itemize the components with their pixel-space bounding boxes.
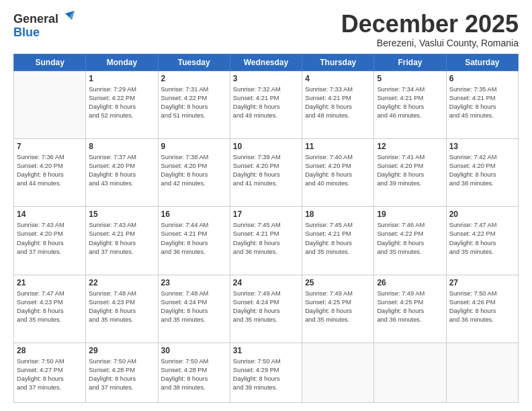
calendar-cell	[374, 342, 446, 402]
day-info: Sunrise: 7:35 AMSunset: 4:21 PMDaylight:…	[449, 85, 515, 120]
calendar-cell: 6Sunrise: 7:35 AMSunset: 4:21 PMDaylight…	[446, 71, 518, 138]
calendar-cell: 28Sunrise: 7:50 AMSunset: 4:27 PMDayligh…	[14, 342, 86, 402]
weekday-header: Monday	[86, 54, 158, 71]
day-info: Sunrise: 7:36 AMSunset: 4:20 PMDaylight:…	[17, 153, 83, 188]
calendar-cell: 24Sunrise: 7:49 AMSunset: 4:24 PMDayligh…	[230, 275, 302, 342]
calendar-cell: 16Sunrise: 7:44 AMSunset: 4:21 PMDayligh…	[158, 207, 230, 275]
calendar-cell: 8Sunrise: 7:37 AMSunset: 4:20 PMDaylight…	[86, 138, 158, 206]
calendar-cell: 22Sunrise: 7:48 AMSunset: 4:23 PMDayligh…	[86, 275, 158, 342]
calendar-cell: 26Sunrise: 7:49 AMSunset: 4:25 PMDayligh…	[374, 275, 446, 342]
calendar-row: 7Sunrise: 7:36 AMSunset: 4:20 PMDaylight…	[14, 138, 519, 206]
calendar-cell: 4Sunrise: 7:33 AMSunset: 4:21 PMDaylight…	[302, 71, 374, 138]
day-info: Sunrise: 7:32 AMSunset: 4:21 PMDaylight:…	[233, 85, 299, 120]
logo-general: General	[13, 12, 58, 26]
calendar-cell: 13Sunrise: 7:42 AMSunset: 4:20 PMDayligh…	[446, 138, 518, 206]
title-block: December 2025 Berezeni, Vaslui County, R…	[341, 11, 519, 48]
day-number: 25	[305, 277, 371, 288]
day-info: Sunrise: 7:44 AMSunset: 4:21 PMDaylight:…	[161, 221, 227, 256]
day-info: Sunrise: 7:31 AMSunset: 4:22 PMDaylight:…	[161, 85, 227, 120]
day-number: 19	[377, 209, 443, 220]
day-info: Sunrise: 7:48 AMSunset: 4:23 PMDaylight:…	[89, 289, 154, 324]
calendar-cell: 27Sunrise: 7:50 AMSunset: 4:26 PMDayligh…	[446, 275, 518, 342]
day-info: Sunrise: 7:29 AMSunset: 4:22 PMDaylight:…	[89, 85, 154, 120]
calendar-cell: 14Sunrise: 7:43 AMSunset: 4:20 PMDayligh…	[14, 207, 86, 275]
calendar-cell: 25Sunrise: 7:49 AMSunset: 4:25 PMDayligh…	[302, 275, 374, 342]
day-number: 31	[233, 345, 299, 356]
calendar-cell: 9Sunrise: 7:38 AMSunset: 4:20 PMDaylight…	[158, 138, 230, 206]
month-title: December 2025	[341, 11, 519, 38]
logo-bird-icon	[60, 11, 75, 23]
day-info: Sunrise: 7:43 AMSunset: 4:20 PMDaylight:…	[17, 221, 83, 256]
calendar-cell: 2Sunrise: 7:31 AMSunset: 4:22 PMDaylight…	[158, 71, 230, 138]
calendar-cell: 18Sunrise: 7:45 AMSunset: 4:21 PMDayligh…	[302, 207, 374, 275]
day-info: Sunrise: 7:38 AMSunset: 4:20 PMDaylight:…	[161, 153, 227, 188]
calendar-cell: 21Sunrise: 7:47 AMSunset: 4:23 PMDayligh…	[14, 275, 86, 342]
weekday-header: Friday	[374, 54, 446, 71]
day-number: 14	[17, 209, 83, 220]
day-info: Sunrise: 7:40 AMSunset: 4:20 PMDaylight:…	[305, 153, 371, 188]
calendar-cell: 31Sunrise: 7:50 AMSunset: 4:29 PMDayligh…	[230, 342, 302, 402]
day-info: Sunrise: 7:46 AMSunset: 4:22 PMDaylight:…	[377, 221, 443, 256]
subtitle: Berezeni, Vaslui County, Romania	[341, 38, 519, 48]
calendar-row: 1Sunrise: 7:29 AMSunset: 4:22 PMDaylight…	[14, 71, 519, 138]
day-info: Sunrise: 7:48 AMSunset: 4:24 PMDaylight:…	[161, 289, 227, 324]
day-number: 5	[377, 73, 443, 84]
calendar-cell: 5Sunrise: 7:34 AMSunset: 4:21 PMDaylight…	[374, 71, 446, 138]
day-number: 11	[305, 141, 371, 152]
day-number: 15	[89, 209, 154, 220]
calendar-cell: 7Sunrise: 7:36 AMSunset: 4:20 PMDaylight…	[14, 138, 86, 206]
calendar-table: SundayMondayTuesdayWednesdayThursdayFrid…	[13, 54, 519, 403]
day-info: Sunrise: 7:50 AMSunset: 4:29 PMDaylight:…	[233, 357, 299, 392]
day-number: 18	[305, 209, 371, 220]
day-info: Sunrise: 7:47 AMSunset: 4:22 PMDaylight:…	[449, 221, 515, 256]
calendar-cell: 30Sunrise: 7:50 AMSunset: 4:28 PMDayligh…	[158, 342, 230, 402]
calendar-cell: 15Sunrise: 7:43 AMSunset: 4:21 PMDayligh…	[86, 207, 158, 275]
weekday-header: Tuesday	[158, 54, 230, 71]
weekday-header-row: SundayMondayTuesdayWednesdayThursdayFrid…	[14, 54, 519, 71]
day-number: 21	[17, 277, 83, 288]
day-info: Sunrise: 7:43 AMSunset: 4:21 PMDaylight:…	[89, 221, 154, 256]
page: General Blue December 2025 Berezeni, Vas…	[0, 0, 532, 411]
day-number: 4	[305, 73, 371, 84]
header: General Blue December 2025 Berezeni, Vas…	[13, 11, 519, 48]
weekday-header: Sunday	[14, 54, 86, 71]
calendar-cell: 3Sunrise: 7:32 AMSunset: 4:21 PMDaylight…	[230, 71, 302, 138]
day-number: 9	[161, 141, 227, 152]
calendar-cell: 10Sunrise: 7:39 AMSunset: 4:20 PMDayligh…	[230, 138, 302, 206]
day-info: Sunrise: 7:50 AMSunset: 4:27 PMDaylight:…	[17, 357, 83, 392]
day-number: 23	[161, 277, 227, 288]
day-info: Sunrise: 7:45 AMSunset: 4:21 PMDaylight:…	[233, 221, 299, 256]
weekday-header: Saturday	[446, 54, 518, 71]
weekday-header: Thursday	[302, 54, 374, 71]
day-info: Sunrise: 7:39 AMSunset: 4:20 PMDaylight:…	[233, 153, 299, 188]
logo-text: General Blue	[13, 11, 75, 40]
day-number: 2	[161, 73, 227, 84]
day-info: Sunrise: 7:33 AMSunset: 4:21 PMDaylight:…	[305, 85, 371, 120]
day-info: Sunrise: 7:41 AMSunset: 4:20 PMDaylight:…	[377, 153, 443, 188]
day-number: 16	[161, 209, 227, 220]
day-number: 8	[89, 141, 154, 152]
day-info: Sunrise: 7:42 AMSunset: 4:20 PMDaylight:…	[449, 153, 515, 188]
day-info: Sunrise: 7:50 AMSunset: 4:28 PMDaylight:…	[89, 357, 154, 392]
calendar-cell	[446, 342, 518, 402]
calendar-cell: 29Sunrise: 7:50 AMSunset: 4:28 PMDayligh…	[86, 342, 158, 402]
calendar-cell	[302, 342, 374, 402]
calendar-cell: 11Sunrise: 7:40 AMSunset: 4:20 PMDayligh…	[302, 138, 374, 206]
day-info: Sunrise: 7:50 AMSunset: 4:26 PMDaylight:…	[449, 289, 515, 324]
day-info: Sunrise: 7:37 AMSunset: 4:20 PMDaylight:…	[89, 153, 154, 188]
day-number: 12	[377, 141, 443, 152]
day-info: Sunrise: 7:49 AMSunset: 4:24 PMDaylight:…	[233, 289, 299, 324]
day-number: 22	[89, 277, 154, 288]
day-info: Sunrise: 7:34 AMSunset: 4:21 PMDaylight:…	[377, 85, 443, 120]
calendar-row: 28Sunrise: 7:50 AMSunset: 4:27 PMDayligh…	[14, 342, 519, 402]
day-info: Sunrise: 7:49 AMSunset: 4:25 PMDaylight:…	[377, 289, 443, 324]
day-number: 28	[17, 345, 83, 356]
calendar-row: 21Sunrise: 7:47 AMSunset: 4:23 PMDayligh…	[14, 275, 519, 342]
day-info: Sunrise: 7:47 AMSunset: 4:23 PMDaylight:…	[17, 289, 83, 324]
day-info: Sunrise: 7:49 AMSunset: 4:25 PMDaylight:…	[305, 289, 371, 324]
day-number: 10	[233, 141, 299, 152]
calendar-cell: 20Sunrise: 7:47 AMSunset: 4:22 PMDayligh…	[446, 207, 518, 275]
calendar-row: 14Sunrise: 7:43 AMSunset: 4:20 PMDayligh…	[14, 207, 519, 275]
day-number: 30	[161, 345, 227, 356]
calendar-cell	[14, 71, 86, 138]
